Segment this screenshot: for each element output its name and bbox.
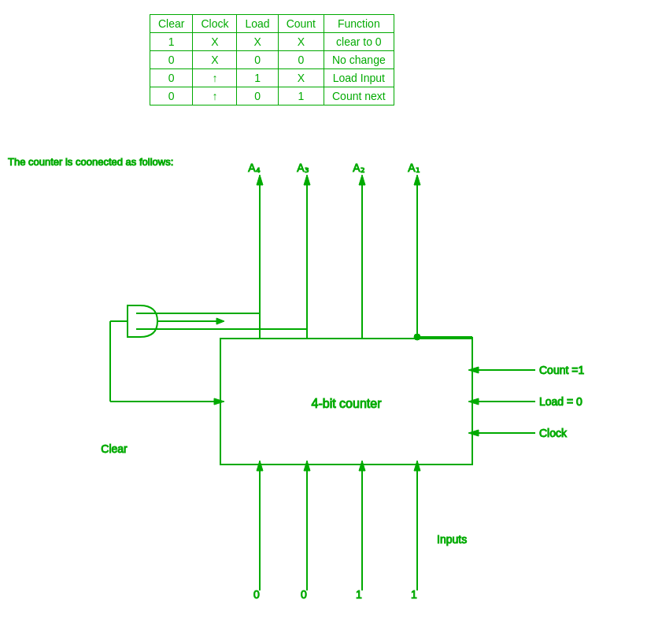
- a4-label: A₄: [248, 161, 260, 174]
- svg-marker-11: [304, 175, 310, 185]
- a2-label: A₂: [353, 161, 364, 174]
- and-gate: [128, 305, 157, 337]
- table-row: 0 ↑ 0 1 Count next: [150, 87, 394, 105]
- count-eq1-label: Count =1: [539, 364, 584, 376]
- col-function: Function: [324, 15, 394, 33]
- inputs-label: Inputs: [437, 533, 467, 546]
- svg-marker-29: [304, 461, 310, 471]
- svg-marker-9: [257, 175, 263, 185]
- table-row: 1 X X X clear to 0: [150, 33, 394, 51]
- input-val-0-1: 0: [253, 588, 260, 601]
- svg-marker-27: [257, 461, 263, 471]
- a1-label: A₁: [408, 161, 420, 174]
- input-val-1-2: 1: [411, 588, 417, 601]
- and-output-arrow: [216, 318, 224, 324]
- input-val-1-1: 1: [356, 588, 362, 601]
- truth-table: Clear Clock Load Count Function 1 X X X …: [150, 14, 394, 105]
- clock-label: Clock: [539, 427, 568, 439]
- svg-marker-21: [468, 367, 479, 373]
- col-clear: Clear: [150, 15, 193, 33]
- svg-marker-13: [359, 175, 365, 185]
- svg-marker-15: [414, 175, 420, 185]
- svg-marker-33: [414, 461, 420, 471]
- svg-point-38: [414, 334, 420, 340]
- description-text: The counter is coonected as follows:: [8, 156, 173, 168]
- col-clock: Clock: [193, 15, 237, 33]
- svg-marker-31: [359, 461, 365, 471]
- input-val-0-2: 0: [301, 588, 307, 601]
- counter-box-label: 4-bit counter: [312, 397, 383, 410]
- load-eq0-label: Load = 0: [539, 395, 582, 408]
- a3-label: A₃: [297, 161, 309, 174]
- circuit-diagram: The counter is coonected as follows: 4-b…: [0, 126, 662, 644]
- col-count: Count: [278, 15, 324, 33]
- svg-marker-19: [214, 398, 224, 405]
- svg-marker-23: [468, 398, 479, 405]
- table-row: 0 X 0 0 No change: [150, 51, 394, 69]
- table-row: 0 ↑ 1 X Load Input: [150, 69, 394, 87]
- svg-marker-25: [468, 430, 479, 436]
- col-load: Load: [237, 15, 278, 33]
- clear-label: Clear: [101, 442, 128, 455]
